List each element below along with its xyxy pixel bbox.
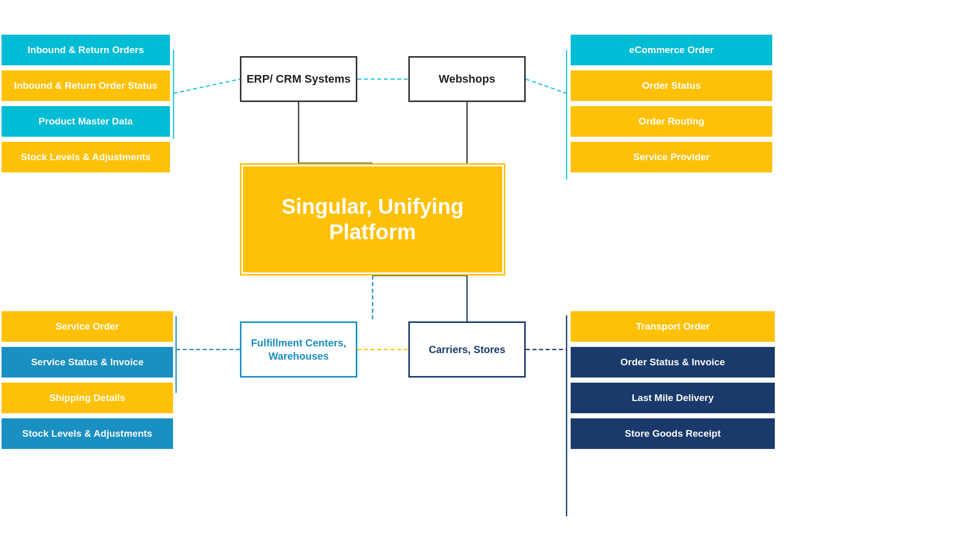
badge-stock-levels-top-left: Stock Levels & Adjustments (2, 142, 170, 172)
carriers-label: Carriers, Stores (429, 343, 505, 356)
webshops-label: Webshops (439, 72, 496, 86)
badge-service-order: Service Order (2, 311, 173, 342)
erp-label: ERP/ CRM Systems (247, 72, 351, 86)
badge-inbound-return-orders: Inbound & Return Orders (2, 35, 170, 65)
carriers-box: Carriers, Stores (408, 321, 526, 378)
badge-service-provider: Service Provider (571, 142, 772, 172)
badge-store-goods-receipt: Store Goods Receipt (571, 418, 775, 449)
erp-box: ERP/ CRM Systems (240, 56, 357, 102)
fulfillment-label: Fulfillment Centers, Warehouses (241, 336, 356, 363)
badge-last-mile-delivery: Last Mile Delivery (571, 383, 775, 413)
webshops-box: Webshops (408, 56, 526, 102)
platform-title: Singular, UnifyingPlatform (281, 194, 463, 245)
badge-product-master-data: Product Master Data (2, 106, 170, 137)
diagram: Singular, UnifyingPlatform ERP/ CRM Syst… (0, 0, 980, 551)
badge-inbound-return-order-status: Inbound & Return Order Status (2, 70, 170, 101)
platform-box-inner: Singular, UnifyingPlatform (241, 165, 504, 274)
badge-order-status-top: Order Status (571, 70, 772, 101)
badge-shipping-details: Shipping Details (2, 383, 173, 413)
svg-line-1 (174, 79, 240, 93)
badge-stock-levels-bottom-left: Stock Levels & Adjustments (2, 418, 173, 449)
badge-order-status-invoice: Order Status & Invoice (571, 347, 775, 378)
badge-ecommerce-order: eCommerce Order (571, 35, 772, 65)
badge-order-routing: Order Routing (571, 106, 772, 137)
svg-line-3 (526, 79, 567, 93)
platform-box: Singular, UnifyingPlatform (240, 163, 505, 276)
badge-service-status-invoice: Service Status & Invoice (2, 347, 173, 378)
fulfillment-box: Fulfillment Centers, Warehouses (240, 321, 357, 378)
badge-transport-order: Transport Order (571, 311, 775, 342)
